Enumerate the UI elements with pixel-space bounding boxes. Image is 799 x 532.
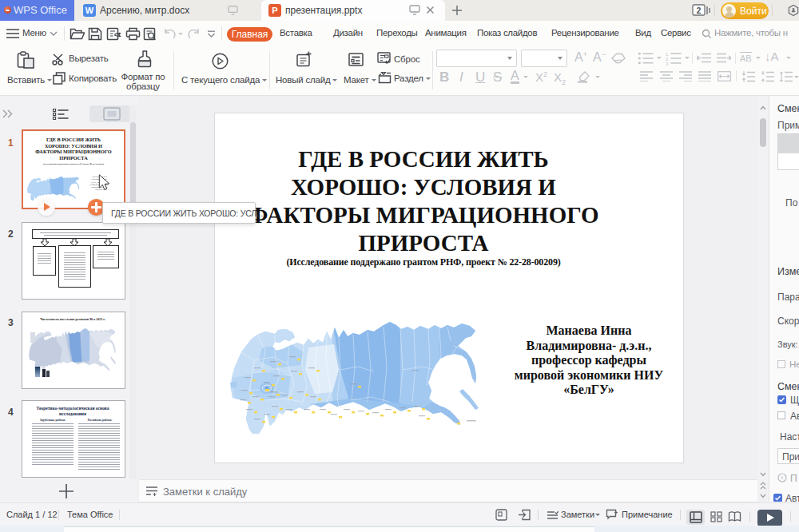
svg-text:3: 3: [666, 62, 669, 66]
svg-text:2: 2: [697, 6, 702, 15]
